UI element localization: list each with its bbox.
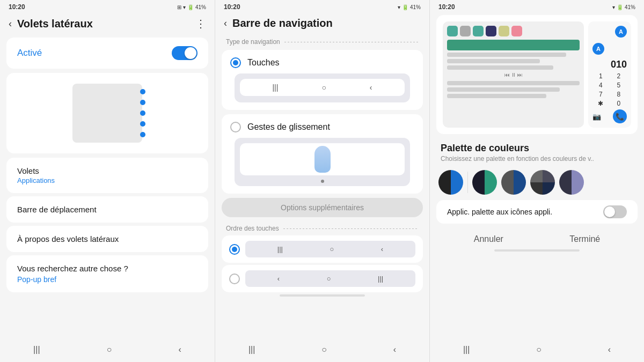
- gestures-label: Gestes de glissement: [247, 122, 330, 132]
- num-8[interactable]: 8: [611, 91, 627, 98]
- panel2-content: Type de navigation Touches ||| ○ ‹ Geste…: [215, 35, 429, 339]
- order2-home: ○: [327, 275, 331, 283]
- panel-volets: 10:20 ⊞ ▾ 🔋 41% ‹ Volets latéraux ⋮ Acti…: [0, 0, 215, 362]
- bottom-buttons: Annuler Terminé: [430, 229, 644, 249]
- nav-home-2[interactable]: ○: [321, 345, 327, 354]
- menu-item-volets[interactable]: Volets Applications: [6, 158, 208, 193]
- order1-recent: |||: [277, 245, 283, 253]
- help-link[interactable]: Pop-up bref: [17, 275, 197, 284]
- a-badge-left: A: [592, 43, 604, 55]
- nav-recent-2[interactable]: |||: [248, 345, 255, 354]
- app-icon-4: [486, 26, 496, 36]
- radio-touches[interactable]: [230, 57, 241, 68]
- status-time-2: 10:20: [224, 3, 240, 11]
- order1-home: ○: [330, 245, 334, 253]
- gestures-row: Gestes de glissement: [230, 122, 414, 132]
- bottom-nav-3: ||| ○ ‹: [430, 339, 644, 362]
- order-option-1[interactable]: ||| ○ ‹: [222, 235, 423, 263]
- status-time-3: 10:20: [438, 3, 455, 11]
- next-btn: ⏭: [517, 72, 523, 78]
- scroll-indicator: [280, 294, 365, 297]
- status-bar-2: 10:20 ▾ 🔋 41%: [215, 0, 429, 13]
- num-4[interactable]: 4: [592, 82, 609, 89]
- dot-2: [140, 100, 145, 105]
- battery-icon-3: 🔋 41%: [617, 4, 635, 10]
- num-2[interactable]: 2: [611, 72, 627, 80]
- cancel-button[interactable]: Annuler: [474, 234, 503, 244]
- order2-recent: |||: [378, 275, 383, 283]
- gesture-nav-dot: [321, 180, 324, 183]
- app-icon-5: [499, 26, 509, 36]
- active-toggle-row[interactable]: Activé: [6, 38, 208, 69]
- nav-bar-touches: ||| ○ ‹: [240, 79, 405, 96]
- status-icons-2: ▾ 🔋 41%: [398, 4, 421, 10]
- line-3: [447, 65, 553, 70]
- bottom-nav-2: ||| ○ ‹: [215, 339, 429, 362]
- num-star[interactable]: ✱: [592, 100, 609, 107]
- status-bar-1: 10:20 ⊞ ▾ 🔋 41%: [0, 0, 215, 13]
- line-5: [447, 87, 560, 92]
- scroll-indicator-3: [494, 249, 580, 252]
- gesture-visual: [240, 143, 405, 175]
- dot-1: [140, 89, 145, 94]
- menu-item-barre[interactable]: Barre de déplacement: [6, 196, 208, 223]
- nav-home-icon[interactable]: ○: [107, 345, 112, 354]
- applic-palette-label: Applic. palette aux icônes appli.: [447, 208, 552, 216]
- gallery-icon: ⊞: [177, 4, 181, 10]
- back-button-2[interactable]: ‹: [224, 18, 227, 29]
- wifi-icon: ▾: [183, 4, 186, 10]
- wifi-icon-2: ▾: [398, 4, 400, 10]
- numpad: 1 2 4 5 7 8 ✱ 0: [592, 72, 627, 107]
- phone-preview: ⏮ ⏸ ⏭ A A 010 1: [436, 15, 638, 134]
- panel1-content: Activé Volets Applications Barre de dépl…: [0, 35, 215, 339]
- nav-back-2[interactable]: ‹: [393, 345, 396, 354]
- back-button-1[interactable]: ‹: [9, 18, 12, 29]
- palette-1[interactable]: [438, 170, 463, 195]
- palette-3[interactable]: [501, 170, 526, 195]
- active-label: Activé: [17, 48, 42, 58]
- status-time-1: 10:20: [9, 3, 25, 11]
- call-button[interactable]: 📞: [613, 109, 627, 123]
- nav-back-3[interactable]: ‹: [608, 345, 611, 354]
- applic-palette-toggle[interactable]: [603, 205, 627, 218]
- radio-gestures[interactable]: [230, 122, 241, 132]
- line-1: [447, 53, 566, 57]
- palette-5[interactable]: [559, 170, 584, 195]
- battery-icon: 🔋 41%: [187, 4, 206, 10]
- menu-item-apropos[interactable]: À propos des volets latéraux: [6, 226, 208, 252]
- camera-icon: 📷: [592, 113, 601, 121]
- nav-home-p2: ○: [321, 83, 326, 92]
- prev-btn: ⏮: [504, 72, 510, 78]
- nav-back-p2: ‹: [370, 83, 372, 92]
- nav-home-3[interactable]: ○: [536, 345, 541, 354]
- status-icons-3: ▾ 🔋 41%: [612, 4, 635, 10]
- active-toggle[interactable]: [172, 46, 197, 60]
- palette-2[interactable]: [472, 170, 497, 195]
- nav-recent-3[interactable]: |||: [463, 345, 470, 354]
- num-0[interactable]: 0: [611, 100, 627, 107]
- radio-order-1[interactable]: [229, 244, 240, 255]
- line-2: [447, 59, 540, 63]
- options-supplementaires-button[interactable]: Options supplémentaires: [222, 198, 423, 217]
- num-5[interactable]: 5: [611, 82, 627, 89]
- confirm-button[interactable]: Terminé: [569, 234, 600, 244]
- order-label: Ordre des touches: [215, 221, 429, 234]
- panel3-content: ⏮ ⏸ ⏭ A A 010 1: [430, 13, 644, 339]
- nav-back-icon[interactable]: ‹: [179, 345, 181, 354]
- help-title: Vous recherchez autre chose ?: [17, 264, 197, 273]
- phone-number-display: 010: [592, 59, 627, 70]
- radio-order-2[interactable]: [229, 274, 240, 284]
- num-7[interactable]: 7: [592, 91, 609, 98]
- applic-palette-row[interactable]: Applic. palette aux icônes appli.: [436, 200, 638, 224]
- order-option-2[interactable]: ‹ ○ |||: [222, 265, 423, 292]
- num-1[interactable]: 1: [592, 72, 609, 80]
- menu-button-1[interactable]: ⋮: [195, 17, 206, 30]
- media-controls: ⏮ ⏸ ⏭: [447, 72, 580, 78]
- nav-recent-icon[interactable]: |||: [33, 345, 40, 354]
- phone-screen-left: ⏮ ⏸ ⏭: [443, 21, 584, 128]
- option-gestures[interactable]: Gestes de glissement: [222, 114, 423, 194]
- palette-4[interactable]: [530, 170, 555, 195]
- help-box: Vous recherchez autre chose ? Pop-up bre…: [6, 255, 208, 292]
- option-touches[interactable]: Touches ||| ○ ‹: [222, 50, 423, 110]
- palette-title: Palette de couleurs: [430, 138, 644, 155]
